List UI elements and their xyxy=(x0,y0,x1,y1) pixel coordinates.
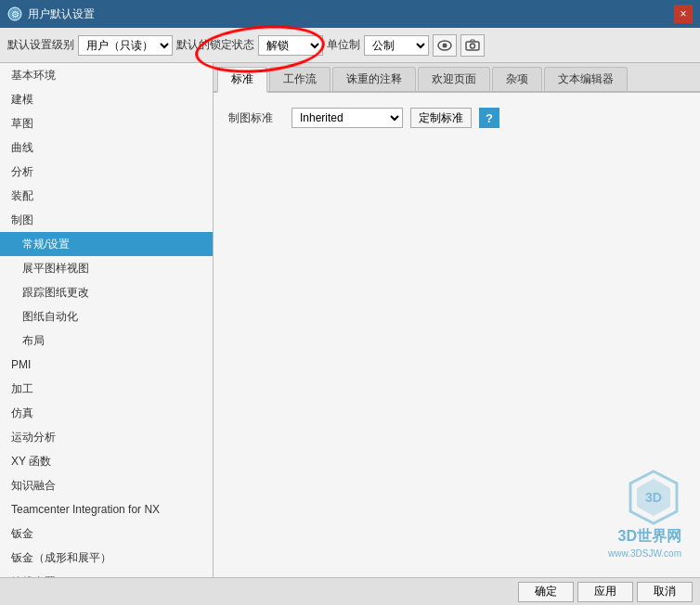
ok-button[interactable]: 确定 xyxy=(518,582,574,602)
title-bar: ⚙ 用户默认设置 × xyxy=(0,0,700,28)
sidebar-item[interactable]: 展平图样视图 xyxy=(0,256,213,280)
sidebar-item[interactable]: 建模 xyxy=(0,87,213,111)
lock-select[interactable]: 解锁 xyxy=(258,35,323,56)
eye-icon-btn[interactable] xyxy=(433,34,457,57)
tab-content: 制图标准 Inherited 定制标准 ? xyxy=(214,93,700,577)
toolbar: 默认设置级别 用户（只读） 默认的锁定状态 解锁 单位制 公制 xyxy=(0,28,700,63)
sidebar-item[interactable]: 钣金 xyxy=(0,521,213,546)
close-button[interactable]: × xyxy=(674,5,693,23)
sidebar-item[interactable]: 分析 xyxy=(0,160,213,184)
camera-icon xyxy=(465,39,480,52)
tab-文本编辑器[interactable]: 文本编辑器 xyxy=(544,67,628,91)
drawing-standard-row: 制图标准 Inherited 定制标准 ? xyxy=(228,108,685,128)
title-bar-left: ⚙ 用户默认设置 xyxy=(7,6,95,22)
tab-标准[interactable]: 标准 xyxy=(217,67,267,93)
sidebar-item[interactable]: 制图 xyxy=(0,208,213,232)
inherited-select[interactable]: Inherited xyxy=(292,108,403,128)
svg-point-3 xyxy=(443,43,447,47)
sidebar: 基本环境建模草图曲线分析装配制图常规/设置展平图样视图跟踪图纸更改图纸自动化布局… xyxy=(0,63,214,577)
sidebar-item[interactable]: 管线布置 xyxy=(0,570,213,577)
cancel-button[interactable]: 取消 xyxy=(637,582,693,602)
tab-bar: 标准工作流诛重的注释欢迎页面杂项文本编辑器 xyxy=(214,63,700,93)
settings-label: 默认设置级别 xyxy=(7,37,74,53)
sidebar-item[interactable]: 跟踪图纸更改 xyxy=(0,280,213,304)
sidebar-item[interactable]: PMI xyxy=(0,353,213,377)
unit-label: 单位制 xyxy=(327,37,360,53)
eye-icon xyxy=(437,39,452,52)
status-bar: 确定 应用 取消 xyxy=(0,577,700,605)
sidebar-item[interactable]: 基本环境 xyxy=(0,63,213,87)
custom-standard-button[interactable]: 定制标准 xyxy=(410,108,472,128)
sidebar-item[interactable]: 运动分析 xyxy=(0,425,213,449)
sidebar-item[interactable]: 知识融合 xyxy=(0,473,213,497)
drawing-standard-label: 制图标准 xyxy=(228,110,284,126)
lock-label: 默认的锁定状态 xyxy=(176,37,254,53)
tab-工作流[interactable]: 工作流 xyxy=(269,67,331,91)
sidebar-item[interactable]: 仿真 xyxy=(0,401,213,425)
svg-text:⚙: ⚙ xyxy=(11,9,19,19)
help-button[interactable]: ? xyxy=(479,108,499,128)
tab-欢迎页面[interactable]: 欢迎页面 xyxy=(418,67,490,91)
sidebar-item[interactable]: 常规/设置 xyxy=(0,232,213,256)
tab-诛重的注释[interactable]: 诛重的注释 xyxy=(332,67,416,91)
sidebar-item[interactable]: 曲线 xyxy=(0,135,213,160)
apply-button[interactable]: 应用 xyxy=(577,582,633,602)
sidebar-item[interactable]: 装配 xyxy=(0,184,213,208)
content-area: 标准工作流诛重的注释欢迎页面杂项文本编辑器 制图标准 Inherited 定制标… xyxy=(214,63,700,577)
svg-point-5 xyxy=(471,44,475,48)
unit-select[interactable]: 公制 xyxy=(364,35,429,56)
sidebar-item[interactable]: 草图 xyxy=(0,111,213,135)
main-container: 基本环境建模草图曲线分析装配制图常规/设置展平图样视图跟踪图纸更改图纸自动化布局… xyxy=(0,63,700,577)
sidebar-item[interactable]: 钣金（成形和展平） xyxy=(0,546,213,570)
sidebar-item[interactable]: 布局 xyxy=(0,328,213,353)
tab-杂项[interactable]: 杂项 xyxy=(492,67,542,91)
app-icon: ⚙ xyxy=(7,6,22,21)
sidebar-item[interactable]: XY 函数 xyxy=(0,449,213,473)
sidebar-item[interactable]: 图纸自动化 xyxy=(0,304,213,328)
sidebar-item[interactable]: Teamcenter Integration for NX xyxy=(0,497,213,521)
sidebar-item[interactable]: 加工 xyxy=(0,377,213,401)
user-select[interactable]: 用户（只读） xyxy=(78,35,173,56)
title-text: 用户默认设置 xyxy=(28,6,95,22)
camera-icon-btn[interactable] xyxy=(460,34,485,57)
